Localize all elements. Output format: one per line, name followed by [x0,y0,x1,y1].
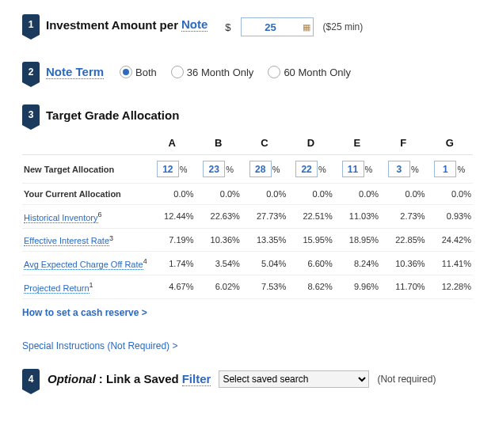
grade-header: D [287,131,333,155]
grade-header: A [149,131,195,155]
alloc-input-g[interactable] [434,161,456,177]
table-row: Effective Interest Rate3 7.19% 10.36% 13… [22,228,473,252]
grade-header: B [195,131,241,155]
grade-header: C [242,131,287,155]
cell: 12.28% [427,275,473,298]
table-row: Avg Expected Charge Off Rate4 1.74% 3.54… [22,252,473,275]
alloc-input-c[interactable] [249,161,272,177]
table-row: Historical Inventory6 12.44% 22.63% 27.7… [22,205,473,229]
investment-amount-input[interactable] [241,17,314,36]
note-term-radios: Both 36 Month Only 60 Month Only [120,66,351,78]
cell: 0.0% [287,184,333,205]
grade-header: E [334,131,380,155]
radio-36-month[interactable]: 36 Month Only [171,66,254,78]
step-1-title: Investment Amount per Note [46,17,208,32]
step-badge-2: 2 [22,62,40,82]
current-allocation-row: Your Current Allocation 0.0% 0.0% 0.0% 0… [22,184,473,205]
cell: 15.95% [287,228,333,252]
cell: 0.0% [427,184,473,205]
step-badge-4: 4 [22,369,40,389]
step-3: 3 Target Grade Allocation A B C D E F G … [22,104,473,318]
cell: 22.51% [287,205,333,229]
cell: 22.85% [380,228,426,252]
radio-icon [171,66,184,78]
grade-header: F [380,131,426,155]
cell: 27.73% [242,205,287,229]
step-1: 1 Investment Amount per Note $ ▦ ($25 mi… [22,14,473,40]
cell: 0.0% [334,184,380,205]
cell: 7.53% [242,275,287,298]
row-label: Your Current Allocation [22,184,149,205]
cell: 13.35% [242,228,287,252]
saved-filter-select[interactable]: Select saved search [219,370,369,388]
note-term-link[interactable]: Note Term [46,65,104,79]
radio-60-month[interactable]: 60 Month Only [268,66,351,78]
cell: 0.0% [149,184,195,205]
historical-inventory-link[interactable]: Historical Inventory [24,213,98,223]
radio-label: Both [135,66,157,78]
cell: 11.70% [380,275,426,298]
cell: 10.36% [380,252,426,275]
cell: 8.62% [287,275,333,298]
step-badge-3: 3 [22,104,40,125]
radio-both[interactable]: Both [120,66,157,78]
grade-header-row: A B C D E F G [22,131,473,155]
title-mid: : Link a Saved [99,372,179,385]
cell: 0.0% [380,184,426,205]
cell: 4.67% [149,275,195,298]
cell: 24.42% [427,228,473,252]
cell: 3.54% [195,252,241,275]
step-badge-1: 1 [22,14,40,35]
cell: 6.60% [287,252,333,275]
cell: 0.0% [195,184,241,205]
cell: 2.73% [380,205,426,229]
radio-label: 60 Month Only [284,66,351,78]
new-target-row: New Target Allocation % % % % % % % [22,155,473,184]
grade-header: G [427,131,473,155]
table-row: Projected Return1 4.67% 6.02% 7.53% 8.62… [22,275,473,298]
cell: 18.95% [334,228,380,252]
step-4-title: Optional: Link a Saved Filter [48,372,211,386]
effective-interest-link[interactable]: Effective Interest Rate [24,236,109,246]
alloc-input-b[interactable] [203,161,225,177]
cell: 12.44% [149,205,195,229]
note-link[interactable]: Note [181,17,208,32]
alloc-input-d[interactable] [295,161,318,177]
step-2: 2 Note Term Both 36 Month Only 60 Month … [22,62,473,82]
step-4: 4 Optional: Link a Saved Filter Select s… [22,369,473,389]
charge-off-link[interactable]: Avg Expected Charge Off Rate [24,260,143,270]
filter-link[interactable]: Filter [182,372,211,386]
step-3-title: Target Grade Allocation [46,108,179,122]
cell: 0.0% [242,184,287,205]
optional-label: Optional [48,372,96,385]
cell: 0.93% [427,205,473,229]
cell: 11.41% [427,252,473,275]
cell: 1.74% [149,252,195,275]
radio-icon [120,66,132,78]
grade-allocation-table: A B C D E F G New Target Allocation % % … [22,131,473,299]
alloc-input-f[interactable] [388,161,410,177]
radio-icon [268,66,280,78]
currency-symbol: $ [225,21,230,33]
projected-return-link[interactable]: Projected Return [24,283,89,294]
cell: 11.03% [334,205,380,229]
cell: 7.19% [149,228,195,252]
alloc-input-e[interactable] [342,161,364,177]
radio-label: 36 Month Only [187,66,254,78]
cell: 9.96% [334,275,380,298]
cash-reserve-link[interactable]: How to set a cash reserve > [22,307,147,318]
not-required-hint: (Not required) [377,374,436,385]
min-hint: ($25 min) [323,21,364,32]
alloc-input-a[interactable] [157,161,179,177]
special-instructions-link[interactable]: Special Instructions (Not Required) > [22,340,177,351]
cell: 6.02% [195,275,241,298]
cell: 5.04% [242,252,287,275]
row-label: New Target Allocation [22,155,149,184]
step-1-title-text: Investment Amount per [46,18,178,32]
cell: 22.63% [195,205,241,229]
cell: 10.36% [195,228,241,252]
cell: 8.24% [334,252,380,275]
